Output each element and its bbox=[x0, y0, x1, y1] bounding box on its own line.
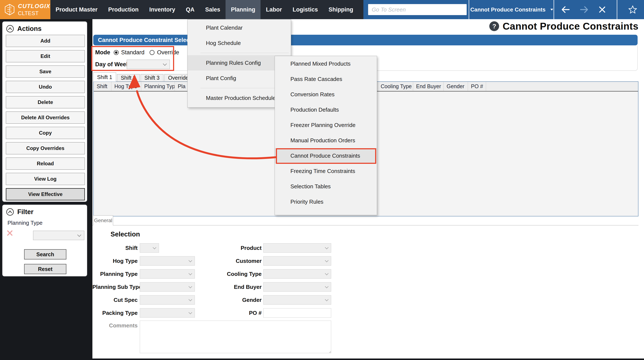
customer-dropdown[interactable] bbox=[263, 256, 331, 266]
column-cooling-type[interactable]: Cooling Type bbox=[378, 82, 413, 91]
collapse-icon[interactable] bbox=[6, 24, 14, 33]
toolbar-divider bbox=[468, 0, 469, 19]
submenu-item-cannot-produce-constraints[interactable]: Cannot Produce Constraints bbox=[275, 148, 377, 163]
tab-shift-2[interactable]: Shift 2 bbox=[117, 74, 140, 82]
submenu-item-pass-rate-cascades[interactable]: Pass Rate Cascades bbox=[275, 71, 377, 87]
goto-screen-input[interactable] bbox=[368, 4, 467, 15]
menu-item-plant-calendar[interactable]: Plant Calendar bbox=[188, 20, 291, 35]
actions-panel-header: Actions bbox=[2, 21, 87, 33]
mode-row: Mode StandardOverride bbox=[95, 47, 181, 57]
submenu-item-production-defaults[interactable]: Production Defaults bbox=[275, 102, 377, 117]
submenu-item-priority-rules[interactable]: Priority Rules bbox=[275, 194, 377, 209]
top-nav: CUTLOGIX CLTEST Product MasterProduction… bbox=[0, 0, 644, 19]
view-effective-button[interactable]: View Effective bbox=[6, 188, 85, 200]
reset-button[interactable]: Reset bbox=[24, 264, 66, 274]
column-planning-type[interactable]: Planning Type bbox=[141, 82, 175, 91]
planning-type-filter-dropdown[interactable] bbox=[33, 231, 84, 240]
actions-button-list: AddEditSaveUndoDeleteDelete All Override… bbox=[6, 35, 85, 200]
screen-selector-dropdown[interactable]: Cannot Produce Constraints bbox=[470, 0, 554, 19]
favorite-button[interactable] bbox=[624, 0, 641, 19]
column-filler[interactable] bbox=[486, 82, 638, 91]
menu-item-hog-schedule[interactable]: Hog Schedule bbox=[188, 35, 291, 51]
nav-item-production[interactable]: Production bbox=[103, 0, 144, 19]
search-button[interactable]: Search bbox=[24, 249, 66, 259]
add-button[interactable]: Add bbox=[6, 35, 85, 47]
brand-name: CUTLOGIX bbox=[18, 3, 50, 9]
copy-button[interactable]: Copy bbox=[6, 127, 85, 139]
gender-label: Gender bbox=[214, 297, 262, 303]
tab-shift-3[interactable]: Shift 3 bbox=[140, 74, 164, 82]
end-buyer-dropdown[interactable] bbox=[263, 282, 331, 292]
planning-type-label: Planning Type bbox=[92, 271, 138, 277]
shift-dropdown[interactable] bbox=[140, 243, 159, 253]
window-bottom-border bbox=[0, 359, 644, 360]
planning-sub-type-label: Planning Sub Type bbox=[92, 284, 138, 290]
column-hog-type[interactable]: Hog Type bbox=[112, 82, 141, 91]
submenu-item-manual-production-orders[interactable]: Manual Production Orders bbox=[275, 133, 377, 148]
nav-item-product-master[interactable]: Product Master bbox=[50, 0, 103, 19]
selection-heading: Selection bbox=[110, 230, 140, 238]
submenu-item-selection-tables[interactable]: Selection Tables bbox=[275, 179, 377, 194]
nav-item-logistics[interactable]: Logistics bbox=[287, 0, 323, 19]
brand-text: CUTLOGIX CLTEST bbox=[18, 3, 50, 16]
clear-filter-button[interactable] bbox=[6, 229, 14, 237]
collapse-icon[interactable] bbox=[6, 208, 14, 216]
nav-item-planning[interactable]: Planning bbox=[226, 0, 260, 19]
nav-item-shipping[interactable]: Shipping bbox=[323, 0, 358, 19]
day-of-week-dropdown[interactable] bbox=[127, 60, 170, 69]
cooling-type-dropdown[interactable] bbox=[263, 269, 331, 279]
view-log-button[interactable]: View Log bbox=[6, 173, 85, 185]
end-buyer-label: End Buyer bbox=[214, 284, 262, 290]
undo-button[interactable]: Undo bbox=[6, 81, 85, 93]
shift-label: Shift bbox=[92, 245, 138, 251]
radio-override-icon[interactable] bbox=[150, 50, 154, 55]
help-icon[interactable]: ? bbox=[489, 21, 499, 31]
save-button[interactable]: Save bbox=[6, 65, 85, 78]
planning-type-dropdown[interactable] bbox=[140, 269, 195, 279]
nav-item-qa[interactable]: QA bbox=[180, 0, 200, 19]
planning-sub-type-dropdown[interactable] bbox=[140, 282, 195, 292]
submenu-item-planned-mixed-products[interactable]: Planned Mixed Products bbox=[275, 56, 377, 71]
tab-general[interactable]: General bbox=[93, 215, 113, 225]
toolbar-divider bbox=[554, 0, 554, 19]
delete-button[interactable]: Delete bbox=[6, 96, 85, 108]
column-shift[interactable]: Shift bbox=[94, 82, 112, 91]
star-icon bbox=[628, 5, 637, 14]
filter-title: Filter bbox=[17, 208, 34, 216]
forward-button[interactable] bbox=[577, 0, 592, 19]
brand-icon bbox=[4, 3, 15, 16]
column-gender[interactable]: Gender bbox=[444, 82, 468, 91]
nav-item-sales[interactable]: Sales bbox=[200, 0, 226, 19]
app-logo: CUTLOGIX CLTEST bbox=[0, 0, 50, 19]
comments-textarea[interactable] bbox=[140, 321, 331, 353]
close-screen-button[interactable] bbox=[595, 0, 610, 19]
copy-overrides-button[interactable]: Copy Overrides bbox=[6, 142, 85, 155]
day-of-week-label: Day of Week bbox=[95, 61, 129, 68]
column-po-#[interactable]: PO # bbox=[468, 82, 486, 91]
column-end-buyer[interactable]: End Buyer bbox=[413, 82, 444, 91]
nav-item-inventory[interactable]: Inventory bbox=[144, 0, 181, 19]
radio-option-override[interactable]: Override bbox=[150, 49, 179, 56]
radio-option-standard[interactable]: Standard bbox=[114, 49, 145, 56]
gender-dropdown[interactable] bbox=[263, 295, 331, 305]
page-title: Cannot Produce Constraints bbox=[502, 20, 638, 32]
cut-spec-dropdown[interactable] bbox=[140, 295, 195, 305]
delete-all-overrides-button[interactable]: Delete All Overrides bbox=[6, 111, 85, 124]
reload-button[interactable]: Reload bbox=[6, 158, 85, 170]
comments-label: Comments bbox=[92, 322, 138, 329]
submenu-item-conversion-rates[interactable]: Conversion Rates bbox=[275, 87, 377, 102]
mode-label: Mode bbox=[95, 49, 110, 56]
submenu-item-freezing-time-constraints[interactable]: Freezing Time Constraints bbox=[275, 163, 377, 179]
back-button[interactable] bbox=[558, 0, 573, 19]
cut-spec-label: Cut Spec bbox=[92, 297, 138, 303]
tab-shift-1[interactable]: Shift 1 bbox=[93, 72, 116, 82]
product-dropdown[interactable] bbox=[263, 243, 331, 253]
po-#-input[interactable] bbox=[263, 308, 331, 318]
radio-standard-icon[interactable] bbox=[114, 50, 119, 55]
edit-button[interactable]: Edit bbox=[6, 50, 85, 62]
hog-type-dropdown[interactable] bbox=[140, 256, 195, 266]
nav-item-labor[interactable]: Labor bbox=[260, 0, 287, 19]
planning-type-filter-label: Planning Type bbox=[8, 220, 42, 226]
submenu-item-freezer-planning-override[interactable]: Freezer Planning Override bbox=[275, 117, 377, 133]
packing-type-dropdown[interactable] bbox=[140, 308, 195, 318]
